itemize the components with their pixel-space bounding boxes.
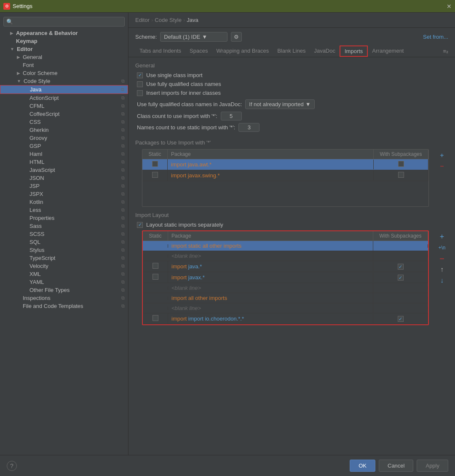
sidebar-item-jspx[interactable]: JSPX ⧉ bbox=[0, 190, 128, 198]
names-count-input[interactable]: 3 bbox=[238, 123, 260, 132]
sidebar-item-kotlin[interactable]: Kotlin ⧉ bbox=[0, 198, 128, 206]
tab-arrangement[interactable]: Arrangement bbox=[368, 45, 408, 57]
copy-icon: ⧉ bbox=[121, 143, 125, 149]
il-row-3[interactable]: import javax.* bbox=[143, 272, 428, 283]
sidebar-item-json[interactable]: JSON ⧉ bbox=[0, 174, 128, 182]
packages-row-1[interactable]: import javax.swing.* bbox=[142, 170, 428, 181]
cancel-button[interactable]: Cancel bbox=[379, 460, 413, 472]
il-row-2[interactable]: import java.* bbox=[143, 261, 428, 272]
packages-subpkg-cb-0[interactable] bbox=[398, 161, 404, 167]
sidebar-item-yaml[interactable]: YAML ⧉ bbox=[0, 278, 128, 286]
sidebar-item-font[interactable]: Font bbox=[0, 61, 128, 69]
packages-remove-button[interactable]: − bbox=[437, 162, 447, 171]
tab-javadoc[interactable]: JavaDoc bbox=[310, 45, 340, 57]
layout-static-checkbox[interactable] bbox=[137, 222, 143, 228]
il-subpkg-cb-7[interactable] bbox=[398, 316, 404, 322]
il-add-button[interactable]: + bbox=[437, 232, 447, 241]
tab-more[interactable]: ≡₂ bbox=[443, 48, 448, 54]
il-row-5[interactable]: import all other imports bbox=[143, 293, 428, 303]
set-from-link[interactable]: Set from... bbox=[423, 34, 448, 40]
sidebar-item-sass[interactable]: Sass ⧉ bbox=[0, 222, 128, 230]
sidebar-item-cfml[interactable]: CFML ⧉ bbox=[0, 102, 128, 110]
tab-blank-lines[interactable]: Blank Lines bbox=[273, 45, 310, 57]
sidebar-item-xml[interactable]: XML ⧉ bbox=[0, 270, 128, 278]
il-remove-button[interactable]: − bbox=[437, 254, 447, 263]
sidebar-item-scss[interactable]: SCSS ⧉ bbox=[0, 230, 128, 238]
sidebar-item-code-style[interactable]: ▼ Code Style ⧉ bbox=[0, 77, 128, 85]
checkbox-single-class-input[interactable] bbox=[137, 72, 143, 78]
sidebar-item-sql[interactable]: SQL ⧉ bbox=[0, 238, 128, 246]
copy-icon: ⧉ bbox=[121, 207, 125, 213]
sidebar-item-haml[interactable]: Haml ⧉ bbox=[0, 150, 128, 158]
sidebar-item-properties[interactable]: Properties ⧉ bbox=[0, 214, 128, 222]
il-static-cb-3[interactable] bbox=[153, 274, 158, 280]
il-row-0[interactable]: import static all other imports bbox=[143, 241, 428, 251]
qualified-javadoc-select[interactable]: If not already imported ▼ bbox=[245, 99, 314, 109]
checkbox-insert-imports-label: Insert imports for inner classes bbox=[146, 90, 221, 96]
class-count-input[interactable]: 5 bbox=[221, 112, 242, 120]
sidebar-item-label: CSS bbox=[24, 119, 41, 125]
tab-imports[interactable]: Imports bbox=[340, 45, 368, 57]
il-import-pkg-3: javax.* bbox=[188, 274, 205, 281]
packages-subpkg-cb-1[interactable] bbox=[398, 172, 404, 178]
sidebar-item-file-code-templates[interactable]: File and Code Templates ⧉ bbox=[0, 302, 128, 310]
help-button[interactable]: ? bbox=[7, 461, 17, 471]
sidebar-item-html[interactable]: HTML ⧉ bbox=[0, 158, 128, 166]
sidebar-item-other-file-types[interactable]: Other File Types ⧉ bbox=[0, 286, 128, 294]
packages-add-button[interactable]: + bbox=[437, 151, 447, 160]
sidebar-item-appearance[interactable]: ▶ Appearance & Behavior bbox=[0, 29, 128, 37]
breadcrumb-sep-2: › bbox=[183, 17, 185, 23]
scheme-select[interactable]: Default (1) IDE ▼ bbox=[160, 32, 228, 42]
sidebar-item-java[interactable]: Java ⧉ bbox=[0, 85, 128, 94]
il-subpkg-cb-2[interactable] bbox=[398, 264, 404, 270]
scheme-gear-button[interactable]: ⚙ bbox=[231, 32, 242, 42]
il-row-1[interactable]: <blank line> bbox=[143, 251, 428, 261]
sidebar-item-actionscript[interactable]: ActionScript ⧉ bbox=[0, 94, 128, 102]
sidebar-item-typescript[interactable]: TypeScript ⧉ bbox=[0, 254, 128, 262]
sidebar-item-jsp[interactable]: JSP ⧉ bbox=[0, 182, 128, 190]
sidebar-item-label: JSP bbox=[24, 183, 40, 189]
close-button[interactable]: ✕ bbox=[447, 3, 452, 10]
copy-icon: ⧉ bbox=[121, 135, 125, 141]
il-static-cb-7[interactable] bbox=[153, 315, 158, 321]
il-down-button[interactable]: ↓ bbox=[437, 276, 447, 285]
sidebar-item-coffeescript[interactable]: CoffeeScript ⧉ bbox=[0, 110, 128, 118]
sidebar-item-javascript[interactable]: JavaScript ⧉ bbox=[0, 166, 128, 174]
content-area: Editor › Code Style › Java Scheme: Defau… bbox=[128, 13, 455, 455]
sidebar-item-color-scheme[interactable]: ▶ Color Scheme bbox=[0, 69, 128, 77]
tab-tabs-indents[interactable]: Tabs and Indents bbox=[135, 45, 185, 57]
copy-icon: ⧉ bbox=[121, 247, 125, 253]
search-input[interactable] bbox=[15, 19, 122, 25]
packages-static-cb-1[interactable] bbox=[152, 172, 158, 178]
tab-wrapping-braces[interactable]: Wrapping and Braces bbox=[212, 45, 273, 57]
apply-button[interactable]: Apply bbox=[417, 460, 448, 472]
tab-spaces[interactable]: Spaces bbox=[185, 45, 212, 57]
il-row-6[interactable]: <blank line> bbox=[143, 303, 428, 313]
sidebar-item-general[interactable]: ▶ General bbox=[0, 53, 128, 61]
il-subpkg-cb-3[interactable] bbox=[398, 275, 404, 281]
sidebar-item-gherkin[interactable]: Gherkin ⧉ bbox=[0, 126, 128, 134]
il-up-button[interactable]: ↑ bbox=[437, 265, 447, 274]
sidebar-item-label: Groovy bbox=[24, 135, 47, 141]
sidebar-item-css[interactable]: CSS ⧉ bbox=[0, 118, 128, 126]
il-row-7[interactable]: import import io.choerodon.*.* bbox=[143, 313, 428, 324]
sidebar-item-velocity[interactable]: Velocity ⧉ bbox=[0, 262, 128, 270]
il-static-cb-2[interactable] bbox=[153, 263, 158, 269]
packages-static-cb-0[interactable] bbox=[152, 161, 158, 167]
sidebar-item-gsp[interactable]: GSP ⧉ bbox=[0, 142, 128, 150]
search-box[interactable]: 🔍 bbox=[3, 17, 125, 27]
il-add-newline-button[interactable]: +\n bbox=[437, 243, 447, 252]
il-row-4[interactable]: <blank line> bbox=[143, 283, 428, 293]
sidebar-item-stylus[interactable]: Stylus ⧉ bbox=[0, 246, 128, 254]
packages-row-0[interactable]: import java.awt.* bbox=[142, 159, 428, 170]
import-layout-section: Import Layout Layout static imports sepa… bbox=[128, 209, 455, 329]
ok-button[interactable]: OK bbox=[350, 460, 375, 472]
col-header-subpkg: With Subpackages bbox=[374, 150, 428, 159]
sidebar-item-editor[interactable]: ▼ Editor bbox=[0, 45, 128, 53]
checkbox-insert-imports-input[interactable] bbox=[137, 90, 143, 96]
sidebar-item-keymap[interactable]: Keymap bbox=[0, 37, 128, 45]
sidebar-item-less[interactable]: Less ⧉ bbox=[0, 206, 128, 214]
sidebar-item-inspections[interactable]: Inspections ⧉ bbox=[0, 294, 128, 302]
sidebar-item-groovy[interactable]: Groovy ⧉ bbox=[0, 134, 128, 142]
checkbox-fully-qualified-input[interactable] bbox=[137, 81, 143, 87]
